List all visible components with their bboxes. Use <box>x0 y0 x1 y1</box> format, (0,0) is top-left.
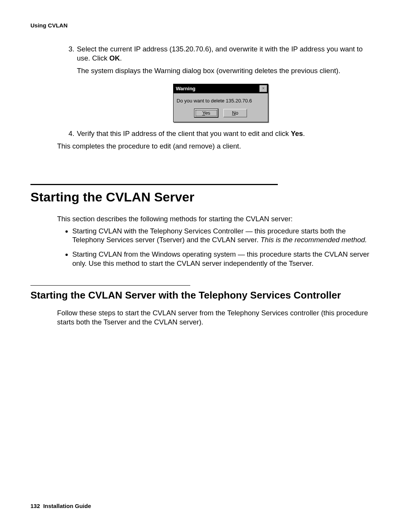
step-3-period: . <box>120 54 122 62</box>
no-mnemonic: N <box>232 110 236 116</box>
intro-text: This section describes the following met… <box>57 214 373 224</box>
step-3-ok: OK <box>109 54 120 62</box>
step-3-sub: The system displays the Warning dialog b… <box>77 66 373 75</box>
bullet-1-em: This is the recommended method. <box>261 236 367 244</box>
no-rest: o <box>236 110 238 116</box>
h2-title: Starting the CVLAN Server with the Telep… <box>30 289 381 302</box>
step-3: 3. Select the current IP address (135.20… <box>68 45 373 62</box>
bullet-list: Starting CVLAN with the Telephony Servic… <box>57 227 373 268</box>
bullet-2: Starting CVLAN from the Windows operatin… <box>72 250 373 268</box>
h1-title: Starting the CVLAN Server <box>30 190 381 204</box>
step-4: 4. Verify that this IP address of the cl… <box>68 129 373 138</box>
no-button[interactable]: No <box>223 109 247 118</box>
dialog-wrap: Warning × Do you want to delete 135.20.7… <box>68 84 373 122</box>
step-3-text: Select the current IP address (135.20.70… <box>77 45 373 62</box>
step-4-text-a: Verify that this IP address of the clien… <box>77 129 291 137</box>
close-icon[interactable]: × <box>260 85 267 92</box>
step-4-number: 4. <box>68 129 77 138</box>
step-3-block: 3. Select the current IP address (135.20… <box>68 45 373 138</box>
step-4-yes: Yes <box>291 129 303 137</box>
footer-page-number: 132 <box>30 503 40 509</box>
dialog-buttons: Yes No <box>174 107 268 122</box>
sub-intro: Follow these steps to start the CVLAN se… <box>57 308 373 326</box>
yes-rest: es <box>205 110 210 116</box>
dialog-titlebar: Warning × <box>174 84 268 93</box>
step-4-period: . <box>303 129 305 137</box>
h1-rule <box>30 184 278 185</box>
page: Using CVLAN 3. Select the current IP add… <box>0 0 411 532</box>
dialog-title: Warning <box>176 86 196 92</box>
step-3-number: 3. <box>68 45 77 62</box>
footer: 132 Installation Guide <box>30 503 91 509</box>
step-4-text: Verify that this IP address of the clien… <box>77 129 373 138</box>
h2-rule <box>30 285 190 286</box>
dialog-message: Do you want to delete 135.20.70.6 <box>174 93 268 107</box>
running-head: Using CVLAN <box>30 22 381 29</box>
yes-button[interactable]: Yes <box>194 109 218 118</box>
bullet-1: Starting CVLAN with the Telephony Servic… <box>72 227 373 244</box>
warning-dialog: Warning × Do you want to delete 135.20.7… <box>173 84 268 122</box>
yes-mnemonic: Y <box>202 110 205 116</box>
section-intro: This section describes the following met… <box>57 214 373 268</box>
footer-title: Installation Guide <box>43 503 91 509</box>
completion-text: This completes the procedure to edit (an… <box>57 142 373 150</box>
